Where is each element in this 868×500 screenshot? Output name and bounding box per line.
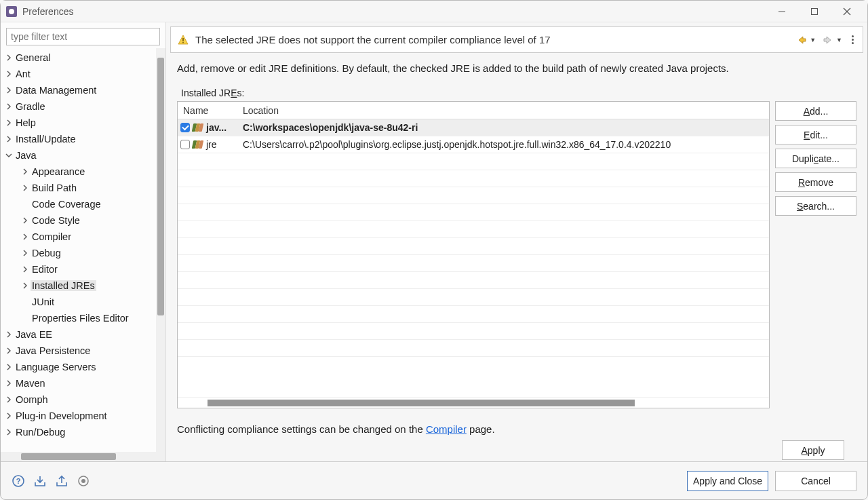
tree-item-run-debug[interactable]: Run/Debug bbox=[3, 424, 156, 440]
help-icon[interactable]: ? bbox=[12, 474, 25, 488]
import-icon[interactable] bbox=[33, 474, 47, 488]
tree-item-label: Build Path bbox=[31, 182, 78, 193]
jre-checkbox[interactable] bbox=[180, 123, 190, 132]
tree-item-gradle[interactable]: Gradle bbox=[3, 98, 156, 115]
tree-item-java-persistence[interactable]: Java Persistence bbox=[3, 343, 156, 359]
chevron-down-icon[interactable] bbox=[3, 150, 14, 161]
chevron-right-icon[interactable] bbox=[3, 410, 14, 421]
table-row-empty bbox=[178, 187, 769, 204]
tree-item-maven[interactable]: Maven bbox=[3, 375, 156, 391]
svg-rect-4 bbox=[182, 38, 183, 41]
back-arrow-icon[interactable] bbox=[796, 35, 807, 45]
table-row-empty bbox=[178, 255, 769, 272]
tree-item-code-style[interactable]: Code Style bbox=[3, 212, 156, 229]
chevron-right-icon[interactable] bbox=[20, 280, 31, 291]
oomph-icon[interactable] bbox=[77, 474, 90, 488]
chevron-right-icon[interactable] bbox=[3, 329, 14, 340]
table-row-empty bbox=[178, 306, 769, 323]
forward-arrow-icon[interactable] bbox=[823, 35, 833, 45]
tree-vertical-scrollbar[interactable] bbox=[156, 48, 165, 452]
tree-horizontal-scrollbar[interactable] bbox=[1, 452, 165, 461]
jre-icon bbox=[193, 123, 203, 132]
chevron-right-icon[interactable] bbox=[3, 117, 14, 128]
chevron-right-icon[interactable] bbox=[3, 69, 14, 79]
tree-item-java[interactable]: Java bbox=[3, 147, 156, 164]
close-button[interactable] bbox=[832, 2, 862, 21]
tree-item-data-management[interactable]: Data Management bbox=[3, 82, 156, 98]
jre-table[interactable]: Name Location jav...C:\workspaces\openjd… bbox=[177, 101, 770, 408]
minimize-button[interactable] bbox=[767, 2, 797, 21]
table-row-empty bbox=[178, 238, 769, 255]
edit-button[interactable]: Edit... bbox=[775, 125, 856, 145]
chevron-right-icon[interactable] bbox=[3, 345, 14, 356]
warning-icon bbox=[178, 35, 189, 45]
chevron-right-icon[interactable] bbox=[3, 362, 14, 372]
duplicate-button[interactable]: Duplicate... bbox=[775, 149, 856, 168]
tree-item-install-update[interactable]: Install/Update bbox=[3, 131, 156, 147]
chevron-right-icon[interactable] bbox=[3, 101, 14, 112]
back-dropdown-icon[interactable]: ▼ bbox=[810, 37, 816, 43]
table-header: Name Location bbox=[178, 102, 769, 119]
preferences-tree[interactable]: GeneralAntData ManagementGradleHelpInsta… bbox=[1, 48, 156, 452]
tree-item-editor[interactable]: Editor bbox=[3, 261, 156, 277]
tree-item-junit[interactable]: JUnit bbox=[3, 294, 156, 310]
jre-checkbox[interactable] bbox=[180, 140, 190, 149]
chevron-right-icon[interactable] bbox=[3, 52, 14, 63]
add-button[interactable]: Add... bbox=[775, 101, 856, 121]
tree-item-compiler[interactable]: Compiler bbox=[3, 229, 156, 245]
apply-and-close-button[interactable]: Apply and Close bbox=[687, 471, 768, 491]
tree-item-label: Help bbox=[14, 117, 37, 128]
tree-item-java-ee[interactable]: Java EE bbox=[3, 326, 156, 343]
tree-item-label: Oomph bbox=[14, 394, 50, 405]
chevron-right-icon[interactable] bbox=[20, 166, 31, 177]
jre-name: jre bbox=[206, 139, 217, 150]
jre-location: C:\Users\carro\.p2\pool\plugins\org.ecli… bbox=[240, 139, 769, 150]
banner-menu-icon[interactable] bbox=[849, 35, 856, 44]
tree-item-code-coverage[interactable]: Code Coverage bbox=[3, 196, 156, 212]
table-row-empty bbox=[178, 204, 769, 221]
table-horizontal-scrollbar[interactable] bbox=[178, 397, 769, 408]
chevron-right-icon[interactable] bbox=[20, 264, 31, 275]
tree-item-ant[interactable]: Ant bbox=[3, 66, 156, 82]
compliance-note: Conflicting compliance settings can be c… bbox=[177, 423, 856, 435]
compiler-link[interactable]: Compiler bbox=[426, 423, 467, 435]
cancel-button[interactable]: Cancel bbox=[775, 471, 856, 491]
table-row-empty bbox=[178, 221, 769, 238]
svg-rect-5 bbox=[182, 42, 183, 43]
column-location[interactable]: Location bbox=[240, 105, 769, 116]
tree-item-language-servers[interactable]: Language Servers bbox=[3, 359, 156, 375]
chevron-right-icon[interactable] bbox=[3, 378, 14, 389]
export-icon[interactable] bbox=[55, 474, 68, 488]
tree-item-debug[interactable]: Debug bbox=[3, 245, 156, 261]
chevron-right-icon[interactable] bbox=[20, 231, 31, 242]
tree-item-plug-in-development[interactable]: Plug-in Development bbox=[3, 408, 156, 424]
tree-item-appearance[interactable]: Appearance bbox=[3, 164, 156, 180]
tree-item-help[interactable]: Help bbox=[3, 115, 156, 131]
chevron-right-icon[interactable] bbox=[3, 427, 14, 438]
chevron-right-icon[interactable] bbox=[3, 134, 14, 145]
maximize-button[interactable] bbox=[800, 2, 829, 21]
chevron-right-icon[interactable] bbox=[3, 394, 14, 405]
tree-item-build-path[interactable]: Build Path bbox=[3, 180, 156, 196]
search-button[interactable]: Search... bbox=[775, 196, 856, 216]
chevron-right-icon[interactable] bbox=[3, 85, 14, 96]
table-row[interactable]: jav...C:\workspaces\openjdk\java-se-8u42… bbox=[178, 119, 769, 136]
tree-item-oomph[interactable]: Oomph bbox=[3, 391, 156, 408]
chevron-right-icon[interactable] bbox=[20, 182, 31, 193]
tree-item-label: Maven bbox=[14, 378, 47, 389]
remove-button[interactable]: Remove bbox=[775, 172, 856, 192]
tree-item-label: General bbox=[14, 52, 52, 63]
tree-item-label: Java EE bbox=[14, 329, 54, 340]
forward-dropdown-icon[interactable]: ▼ bbox=[836, 37, 842, 43]
chevron-right-icon[interactable] bbox=[20, 248, 31, 258]
tree-item-general[interactable]: General bbox=[3, 50, 156, 66]
apply-button[interactable]: Apply bbox=[782, 440, 844, 460]
table-row[interactable]: jreC:\Users\carro\.p2\pool\plugins\org.e… bbox=[178, 136, 769, 153]
tree-item-label: Compiler bbox=[31, 231, 73, 242]
column-name[interactable]: Name bbox=[178, 105, 240, 116]
tree-item-properties-files-editor[interactable]: Properties Files Editor bbox=[3, 310, 156, 326]
tree-item-installed-jres[interactable]: Installed JREs bbox=[3, 277, 156, 294]
chevron-right-icon[interactable] bbox=[20, 215, 31, 226]
main-panel: The selected JRE does not support the cu… bbox=[166, 22, 867, 461]
filter-input[interactable] bbox=[6, 28, 160, 45]
